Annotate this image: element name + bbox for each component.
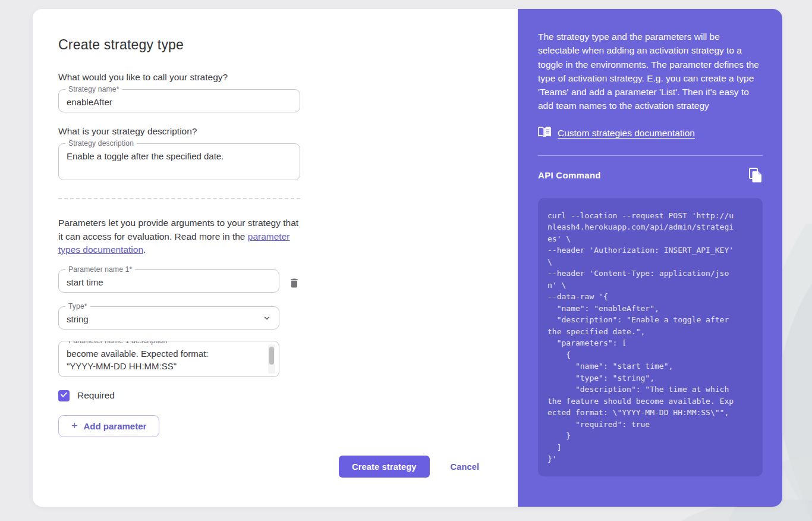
required-checkbox[interactable] (58, 390, 70, 401)
book-icon (538, 127, 551, 140)
parameters-intro-period: . (143, 244, 146, 255)
form-actions: Create strategy Cancel (339, 456, 479, 478)
strategy-name-label: Strategy name* (65, 85, 122, 93)
copy-command-button[interactable] (748, 167, 763, 183)
parameters-intro: Parameters let you provide arguments to … (58, 216, 304, 257)
chevron-down-icon (263, 314, 271, 325)
api-command-code: curl --location --request POST 'http://u… (547, 210, 734, 465)
parameter-type-label: Type* (65, 302, 90, 310)
panel-info-text: The strategy type and the parameters wil… (538, 30, 763, 113)
parameter-name-label: Parameter name 1* (65, 265, 135, 274)
parameter-description-input[interactable]: Parameter name 1 description become avai… (58, 341, 279, 377)
strategy-form: Create strategy type What would you like… (58, 37, 308, 437)
strategy-description-question: What is your strategy description? (58, 126, 308, 137)
create-strategy-card: Create strategy type What would you like… (33, 9, 782, 507)
create-strategy-button[interactable]: Create strategy (339, 456, 430, 478)
panel-divider (538, 155, 763, 156)
trash-icon (288, 283, 300, 291)
strategy-description-label: Strategy description (65, 139, 137, 147)
parameter-description-value: become available. Expected format: "YYYY… (59, 341, 279, 377)
check-icon (60, 390, 68, 401)
parameter-type-value: string (59, 307, 279, 330)
parameter-name-input[interactable]: Parameter name 1* start time (58, 269, 279, 293)
parameter-description-label: Parameter name 1 description (65, 341, 170, 345)
add-parameter-button[interactable]: + Add parameter (58, 415, 159, 437)
plus-icon: + (71, 420, 78, 432)
info-side-panel: The strategy type and the parameters wil… (518, 9, 782, 507)
docs-link-label[interactable]: Custom strategies documentation (558, 128, 695, 139)
required-checkbox-label: Required (77, 390, 115, 401)
cancel-button[interactable]: Cancel (451, 462, 480, 472)
custom-strategies-docs-link[interactable]: Custom strategies documentation (538, 127, 763, 140)
delete-parameter-button[interactable] (288, 277, 300, 290)
copy-icon (748, 176, 763, 185)
api-command-code-block: curl --location --request POST 'http://u… (538, 198, 763, 476)
textarea-scrollbar (268, 344, 275, 374)
strategy-name-question: What would you like to call your strateg… (58, 72, 308, 83)
scrollbar-thumb[interactable] (269, 347, 274, 365)
strategy-description-input[interactable]: Strategy description Enable a toggle aft… (58, 143, 300, 180)
strategy-name-input[interactable]: Strategy name* enableAfter (58, 89, 300, 112)
page-title: Create strategy type (58, 37, 308, 53)
api-command-title: API Command (538, 170, 601, 180)
add-parameter-label: Add parameter (84, 421, 147, 431)
section-divider (58, 198, 300, 199)
parameter-type-select[interactable]: Type* string (58, 306, 279, 329)
